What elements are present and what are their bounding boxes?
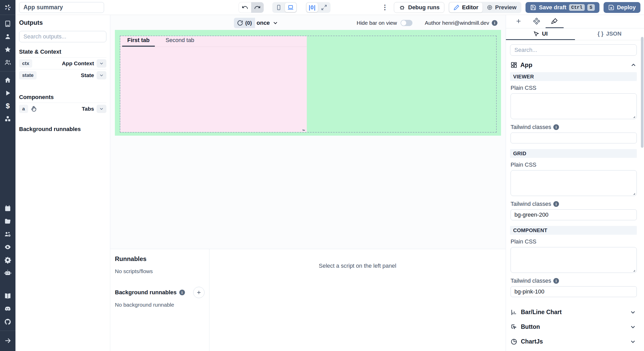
tabs-header: First tab Second tab bbox=[120, 36, 307, 47]
chevron-up-icon[interactable] bbox=[630, 62, 637, 68]
output-type-label: App Context bbox=[62, 60, 94, 67]
discord-icon[interactable] bbox=[4, 305, 11, 313]
info-icon[interactable]: i bbox=[492, 20, 497, 26]
app-grid[interactable]: First tab Second tab bbox=[115, 30, 501, 136]
center-align-button[interactable]: |0| bbox=[307, 3, 318, 12]
deploy-save-icon bbox=[608, 4, 614, 11]
add-background-runnable-button[interactable] bbox=[193, 287, 205, 298]
cursor-icon bbox=[533, 31, 539, 37]
hide-bar-label: Hide bar on view bbox=[357, 20, 397, 26]
outputs-panel: Outputs State & Context ctx App Context … bbox=[15, 15, 110, 351]
viewer-plain-css-textarea[interactable] bbox=[511, 93, 637, 119]
undo-button[interactable] bbox=[239, 2, 251, 13]
info-icon[interactable]: i bbox=[553, 124, 559, 130]
user-icon[interactable] bbox=[4, 33, 11, 40]
state-context-title: State & Context bbox=[19, 48, 106, 55]
tab-ui[interactable]: UI bbox=[506, 28, 575, 40]
windmill-logo-icon[interactable] bbox=[0, 0, 15, 15]
star-icon[interactable] bbox=[4, 46, 11, 53]
component-style-row-conditional-tabs[interactable]: Conditional tabs bbox=[506, 349, 644, 351]
expand-row-button[interactable] bbox=[97, 59, 106, 68]
expand-row-button[interactable] bbox=[97, 105, 106, 113]
debug-runs-button[interactable]: Debug runs bbox=[394, 2, 444, 13]
hide-bar-toggle[interactable] bbox=[401, 20, 412, 26]
info-icon[interactable]: i bbox=[179, 290, 185, 295]
output-type-label: Tabs bbox=[82, 106, 94, 112]
kbd-ctrl: Ctrl bbox=[569, 4, 585, 11]
search-styles-input[interactable] bbox=[510, 44, 637, 56]
plus-icon bbox=[515, 18, 522, 25]
search-outputs-input[interactable] bbox=[19, 31, 106, 42]
output-row-component-a[interactable]: a Tabs bbox=[19, 103, 106, 115]
play-icon[interactable] bbox=[4, 89, 11, 97]
chevron-down-icon bbox=[272, 20, 278, 26]
eye-icon[interactable] bbox=[4, 243, 11, 251]
tailwind-classes-label: Tailwind classesi bbox=[511, 277, 637, 284]
styling-tab[interactable] bbox=[546, 15, 564, 28]
refresh-all-button[interactable]: (0) bbox=[234, 18, 255, 28]
tabs-component[interactable]: First tab Second tab bbox=[120, 36, 307, 132]
bug-icon bbox=[399, 4, 405, 11]
app-summary-input[interactable] bbox=[19, 2, 104, 13]
mobile-view-button[interactable] bbox=[273, 3, 284, 12]
cubes-icon[interactable] bbox=[4, 115, 11, 123]
info-icon[interactable]: i bbox=[553, 201, 559, 207]
outputs-title: Outputs bbox=[19, 19, 106, 26]
dollar-icon[interactable]: $ bbox=[6, 102, 10, 110]
tab-json[interactable]: { } JSON bbox=[575, 28, 644, 40]
arrow-right-icon[interactable] bbox=[4, 337, 11, 344]
tab-preview[interactable]: Preview bbox=[482, 3, 521, 12]
components-tab[interactable] bbox=[528, 15, 546, 28]
calendar-icon[interactable] bbox=[4, 205, 11, 212]
viewer-tailwind-input[interactable] bbox=[511, 133, 637, 143]
building-icon[interactable] bbox=[4, 20, 11, 27]
runnable-detail-pane: Select a script on the left panel bbox=[209, 249, 506, 351]
users-icon[interactable] bbox=[4, 59, 11, 66]
book-icon[interactable] bbox=[4, 292, 11, 300]
folder-icon[interactable] bbox=[4, 218, 11, 225]
output-row-ctx[interactable]: ctx App Context bbox=[19, 57, 106, 69]
grid-tailwind-input[interactable] bbox=[511, 209, 637, 220]
component-style-row-chartjs[interactable]: ChartJs bbox=[506, 334, 644, 349]
output-row-state[interactable]: state State bbox=[19, 69, 106, 81]
toggle-knob bbox=[401, 20, 406, 26]
plus-icon bbox=[196, 290, 202, 295]
component-plain-css-textarea[interactable] bbox=[511, 247, 637, 273]
no-scripts-label: No scripts/flows bbox=[115, 268, 205, 274]
debug-runs-label: Debug runs bbox=[408, 4, 439, 11]
section-header-viewer: VIEWER bbox=[510, 72, 637, 81]
github-icon[interactable] bbox=[4, 318, 11, 325]
undo-redo-group bbox=[239, 2, 264, 13]
tabs-component-cell[interactable]: First tab Second tab bbox=[120, 36, 497, 133]
top-toolbar: |0| ⋮ Debug runs Editor Preview Save dra… bbox=[15, 0, 644, 15]
refresh-mode-dropdown[interactable]: once bbox=[254, 18, 281, 28]
tab-first[interactable]: First tab bbox=[122, 37, 155, 47]
output-type-label: State bbox=[81, 72, 94, 78]
tab-second[interactable]: Second tab bbox=[160, 37, 199, 47]
expand-row-button[interactable] bbox=[97, 71, 106, 79]
app-section-header[interactable]: App bbox=[511, 61, 637, 69]
robot-icon[interactable] bbox=[4, 269, 11, 276]
save-draft-button[interactable]: Save draft Ctrl S bbox=[526, 2, 599, 13]
workers-icon[interactable] bbox=[4, 231, 11, 238]
grid-plain-css-textarea[interactable] bbox=[511, 170, 637, 196]
info-icon[interactable]: i bbox=[553, 278, 559, 284]
more-menu-button[interactable]: ⋮ bbox=[380, 3, 390, 11]
component-style-row-button[interactable]: Button bbox=[506, 320, 644, 334]
gear-icon[interactable] bbox=[4, 256, 11, 264]
insert-component-tab[interactable] bbox=[510, 15, 528, 28]
component-tailwind-input[interactable] bbox=[511, 286, 637, 297]
home-icon[interactable] bbox=[4, 77, 11, 84]
plain-css-label: Plain CSS bbox=[511, 161, 637, 168]
output-id-badge: state bbox=[19, 71, 37, 79]
redo-button[interactable] bbox=[251, 2, 264, 13]
scrollbar-thumb[interactable] bbox=[641, 37, 643, 148]
resize-handle-icon[interactable] bbox=[302, 127, 306, 131]
canvas-toolbar: (0) once Hide bar on view Author henri@w… bbox=[110, 17, 506, 29]
component-style-row-barline[interactable]: Bar/Line Chart bbox=[506, 305, 644, 320]
desktop-view-button[interactable] bbox=[285, 3, 296, 12]
center-align-icon: |0| bbox=[309, 4, 316, 11]
fullscreen-button[interactable] bbox=[318, 3, 330, 12]
tab-editor[interactable]: Editor bbox=[449, 3, 482, 12]
deploy-button[interactable]: Deploy bbox=[604, 2, 640, 13]
